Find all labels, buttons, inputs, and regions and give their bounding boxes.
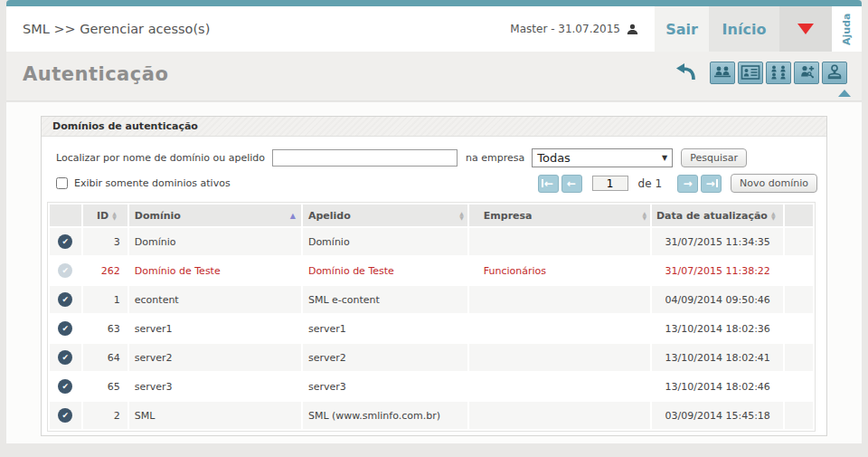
table-row[interactable]: ✔ 64 server2 server2 13/10/2014 18:02:41: [50, 344, 813, 371]
cell-domain: server1: [129, 315, 301, 342]
breadcrumb: SML >> Gerenciar acesso(s): [6, 6, 510, 52]
company-select-value: Todas: [537, 151, 571, 165]
cell-updated: 31/07/2015 11:38:22: [652, 257, 783, 284]
column-header-actions: [785, 205, 813, 226]
cell-company: [469, 402, 650, 429]
prev-page-button[interactable]: ←: [561, 175, 582, 193]
cell-updated: 13/10/2014 18:02:36: [652, 315, 783, 342]
cell-company: Funcionários: [469, 257, 650, 284]
content-area: Domínios de autenticação Localizar por n…: [6, 102, 862, 443]
last-page-button[interactable]: →: [701, 175, 722, 193]
cell-domain: Domínio: [129, 228, 301, 255]
cell-domain: SML: [129, 402, 301, 429]
arrow-right-icon: →: [683, 178, 693, 189]
collapse-icon[interactable]: [838, 90, 851, 97]
active-status-icon: ✔: [58, 321, 72, 336]
company-label: na empresa: [466, 152, 524, 164]
active-status-icon: ✔: [58, 408, 72, 423]
next-page-button[interactable]: →: [677, 175, 698, 193]
cell-updated: 31/07/2015 11:34:35: [652, 228, 783, 255]
table-row[interactable]: ✔ 65 server3 server3 13/10/2014 18:02:46: [50, 373, 813, 400]
user-permissions-icon[interactable]: [794, 62, 819, 84]
title-toolbar: [675, 61, 847, 84]
id-card-icon[interactable]: [738, 62, 763, 84]
company-select[interactable]: Todas ▼: [532, 148, 673, 167]
table-row[interactable]: ✔ 3 Domínio Domínio 31/07/2015 11:34:35: [50, 228, 813, 255]
active-status-icon: ✔: [58, 263, 72, 278]
search-label: Localizar por nome de domínio ou apelido: [56, 152, 265, 164]
cell-company: [469, 373, 650, 400]
cell-updated: 03/09/2014 15:45:18: [652, 402, 783, 429]
back-icon[interactable]: [675, 61, 698, 84]
column-header-id[interactable]: ID ▲▼: [83, 205, 127, 226]
table-row[interactable]: ✔ 262 Domínio de Teste Domínio de Teste …: [50, 257, 813, 284]
help-tab[interactable]: Ajuda: [832, 6, 862, 52]
arrow-to-end-icon: →: [705, 178, 716, 189]
active-status-icon: ✔: [58, 379, 72, 394]
page-count-label: de 1: [638, 177, 662, 190]
active-status-icon: ✔: [58, 234, 72, 249]
cell-domain: Domínio de Teste: [129, 257, 301, 284]
domains-table: ID ▲▼ Domínio ▲ Apelido ▲▼: [47, 202, 816, 432]
column-header-company[interactable]: Empresa ▲▼: [469, 205, 650, 226]
cell-alias: Domínio: [303, 228, 467, 255]
arrow-to-start-icon: ←: [543, 178, 554, 189]
table-body: ✔ 3 Domínio Domínio 31/07/2015 11:34:35 …: [50, 228, 813, 429]
stamp-icon[interactable]: [822, 62, 847, 84]
sort-icon: ▲▼: [771, 211, 776, 220]
cell-alias: server3: [303, 373, 467, 400]
page-title: Autenticação: [23, 63, 168, 85]
red-triangle-icon: [797, 24, 814, 34]
cell-updated: 13/10/2014 18:02:46: [652, 373, 783, 400]
first-page-button[interactable]: ←: [538, 175, 559, 193]
cell-id: 65: [83, 373, 127, 400]
domains-panel: Domínios de autenticação Localizar por n…: [41, 116, 827, 436]
page-input[interactable]: [592, 176, 628, 191]
user-info-label: Master - 31.07.2015: [510, 23, 620, 35]
cell-domain: server3: [129, 373, 301, 400]
cell-updated: 04/09/2014 09:50:46: [652, 286, 783, 313]
cell-company: [469, 315, 650, 342]
cell-id: 3: [83, 228, 127, 255]
app-header: SML >> Gerenciar acesso(s) Master - 31.0…: [6, 6, 862, 52]
column-header-status: [50, 205, 81, 226]
cell-domain: server2: [129, 344, 301, 371]
new-domain-button[interactable]: Novo domínio: [731, 174, 817, 193]
panel-title: Domínios de autenticação: [42, 117, 826, 137]
cell-id: 63: [83, 315, 127, 342]
filter-row: Localizar por nome de domínio ou apelido…: [56, 148, 817, 167]
active-only-option: Exibir somente dominios ativos: [56, 177, 231, 189]
logout-button[interactable]: Sair: [655, 6, 709, 52]
top-accent-bar: [6, 0, 862, 6]
sort-asc-icon: ▲: [290, 212, 296, 220]
table-row[interactable]: ✔ 2 SML SML (www.smlinfo.com.br) 03/09/2…: [50, 402, 813, 429]
users-icon[interactable]: [710, 62, 735, 84]
table-row[interactable]: ✔ 1 econtent SML e-content 04/09/2014 09…: [50, 286, 813, 313]
table-row[interactable]: ✔ 63 server1 server1 13/10/2014 18:02:36: [50, 315, 813, 342]
cell-company: [469, 228, 650, 255]
column-header-alias[interactable]: Apelido ▲▼: [303, 205, 467, 226]
cell-updated: 13/10/2014 18:02:41: [652, 344, 783, 371]
home-button[interactable]: Início: [709, 6, 779, 52]
search-input[interactable]: [272, 149, 458, 167]
column-header-domain[interactable]: Domínio ▲: [129, 205, 301, 226]
chevron-down-icon: ▼: [662, 154, 667, 162]
column-header-updated[interactable]: Data de atualização ▲▼: [652, 205, 783, 226]
cell-company: [469, 286, 650, 313]
active-only-label: Exibir somente dominios ativos: [74, 177, 231, 189]
cell-company: [469, 344, 650, 371]
cell-id: 64: [83, 344, 127, 371]
cell-alias: Domínio de Teste: [303, 257, 467, 284]
arrow-left-icon: ←: [566, 178, 577, 189]
cell-domain: econtent: [129, 286, 301, 313]
active-status-icon: ✔: [58, 292, 72, 307]
sort-icon: ▲▼: [643, 211, 647, 220]
cell-id: 2: [83, 402, 127, 429]
menu-dropdown-button[interactable]: [779, 6, 832, 52]
active-only-checkbox[interactable]: [56, 177, 68, 189]
cell-id: 1: [83, 286, 127, 313]
user-icon: [627, 24, 638, 35]
cell-alias: SML (www.smlinfo.com.br): [303, 402, 467, 429]
search-button[interactable]: Pesquisar: [681, 148, 747, 167]
org-chart-icon[interactable]: [766, 62, 791, 84]
